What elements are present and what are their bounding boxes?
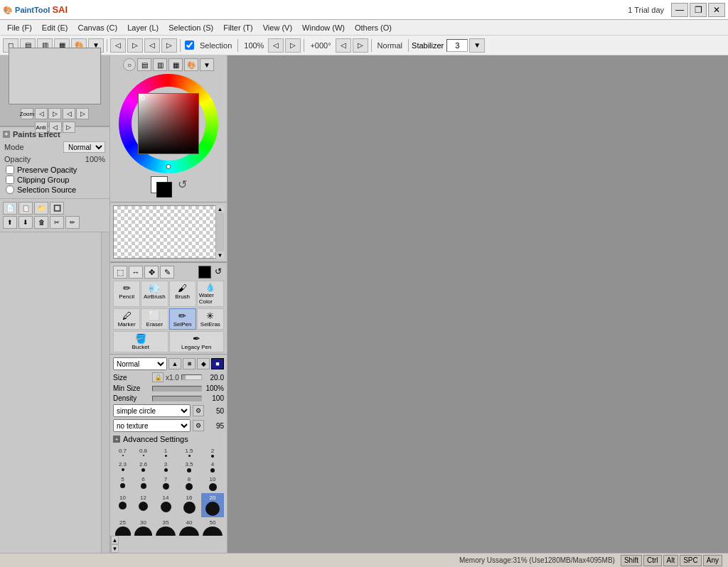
brush-shape-btn-4[interactable]: ■ — [211, 358, 224, 369]
eraser-tool[interactable]: ⬜ Eraser — [141, 308, 168, 330]
alt-key[interactable]: Alt — [663, 555, 679, 566]
copy-layer-btn[interactable]: 📋 — [18, 202, 33, 215]
fg-color-swatch[interactable] — [156, 182, 172, 198]
menu-canvas[interactable]: Canvas (C) — [74, 23, 122, 33]
seleras-tool[interactable]: ✳ SelEras — [197, 308, 224, 330]
brush-size-cell[interactable]: 25 — [113, 518, 132, 536]
rotate-right-btn[interactable]: ▷ — [353, 38, 368, 53]
color-grid-btn[interactable]: ▤ — [137, 58, 151, 71]
swatch-scroll-down[interactable]: ▼ — [215, 252, 224, 259]
menu-filter[interactable]: Filter (T) — [219, 23, 257, 33]
texture-config-btn[interactable]: ⚙ — [193, 420, 204, 431]
brush-size-cell[interactable]: 12 — [133, 493, 154, 517]
rotate-left-btn[interactable]: ◁ — [336, 38, 351, 53]
menu-layer[interactable]: Layer (L) — [123, 23, 163, 33]
brush-size-cell[interactable]: 35 — [154, 518, 177, 536]
move-tool-btn[interactable]: ↔ — [129, 266, 143, 279]
brush-shape-select[interactable]: simple circle — [113, 404, 191, 417]
eyedropper-btn[interactable]: ✎ — [160, 266, 174, 279]
left-anti-btn[interactable]: Anti — [35, 122, 48, 133]
brush-size-cell[interactable]: 1.5 — [178, 446, 200, 459]
menu-selection[interactable]: Selection (S) — [164, 23, 218, 33]
color-gradient-box[interactable] — [138, 93, 199, 154]
watercolor-tool[interactable]: 💧 Water Color — [197, 281, 224, 307]
size-slider[interactable] — [181, 374, 202, 380]
minimize-button[interactable]: — — [671, 3, 688, 17]
shift-key[interactable]: Shift — [621, 555, 642, 566]
brush-size-cell[interactable]: 2 — [201, 446, 224, 459]
brush-size-cell[interactable]: 3 — [154, 460, 177, 474]
left-btn-4[interactable]: ▷ — [76, 108, 89, 119]
toolbar-btn-7[interactable]: ◁ — [110, 38, 126, 53]
selection-source-radio[interactable] — [6, 185, 14, 194]
color-wheel-ring[interactable] — [119, 74, 218, 173]
texture-select[interactable]: no texture — [113, 419, 191, 432]
stabilizer-input[interactable] — [446, 39, 468, 52]
select-tool-btn[interactable]: ⬚ — [113, 266, 127, 279]
brush-size-cell[interactable]: 0.7 — [113, 446, 132, 459]
brush-size-cell[interactable]: 2.6 — [133, 460, 154, 474]
menu-file[interactable]: File (F) — [3, 23, 36, 33]
left-btn-3[interactable]: ◁ — [63, 108, 75, 119]
left-btn-5[interactable]: ◁ — [49, 122, 62, 133]
left-btn-1[interactable]: ◁ — [35, 108, 48, 119]
brush-size-cell[interactable]: 1 — [154, 446, 177, 459]
brush-size-cell[interactable]: 40 — [178, 518, 200, 536]
middle-scroll-up[interactable]: ▲ — [111, 536, 119, 544]
swatch-scrollbar[interactable] — [215, 205, 224, 259]
color-circle-btn[interactable]: ○ — [123, 58, 136, 71]
layer-btn-7[interactable]: 🗑 — [34, 216, 48, 229]
fg-mini-swatch[interactable] — [198, 266, 211, 279]
color-swatch-btn[interactable]: ▦ — [168, 58, 183, 71]
brush-size-cell[interactable]: 30 — [133, 518, 154, 536]
layer-btn-4[interactable]: 🔲 — [50, 202, 64, 215]
brush-shape-config-btn[interactable]: ⚙ — [193, 405, 204, 416]
brush-shape-btn-2[interactable]: ◾ — [183, 358, 196, 369]
reset-color-btn[interactable]: ↺ — [213, 266, 224, 277]
zoom-out-btn[interactable]: ◁ — [268, 38, 284, 53]
brush-shape-btn-1[interactable]: ▲ — [168, 358, 181, 369]
middle-scroll-down[interactable]: ▼ — [111, 544, 119, 553]
clipping-group-checkbox[interactable] — [6, 176, 14, 184]
brush-mode-select[interactable]: Normal — [113, 357, 167, 370]
spc-key[interactable]: SPC — [680, 555, 702, 566]
pencil-tool[interactable]: ✏ Pencil — [113, 281, 140, 307]
color-dropdown[interactable]: ▼ — [200, 58, 214, 71]
brush-size-cell[interactable]: 6 — [133, 475, 154, 492]
swap-colors-icon[interactable]: ↺ — [178, 178, 187, 191]
toolbar-btn-10[interactable]: ▷ — [161, 38, 177, 53]
brush-tool[interactable]: 🖌 Brush — [169, 281, 196, 307]
brush-size-cell[interactable]: 8 — [178, 475, 200, 492]
stabilizer-dropdown[interactable]: ▼ — [469, 38, 485, 53]
brush-size-cell[interactable]: 3.5 — [178, 460, 200, 474]
canvas-area[interactable] — [228, 55, 728, 553]
color-rgb-btn[interactable]: 🎨 — [184, 58, 198, 71]
brush-size-cell[interactable]: 16 — [178, 493, 200, 517]
density-slider[interactable] — [152, 396, 202, 401]
left-scrollbar[interactable] — [101, 232, 109, 553]
brush-size-cell[interactable]: 10 — [201, 475, 224, 492]
mode-select[interactable]: Normal — [63, 141, 105, 153]
brush-size-cell[interactable]: 4 — [201, 460, 224, 474]
brush-shape-btn-3[interactable]: ◆ — [197, 358, 210, 369]
bucket-tool[interactable]: 🪣 Bucket — [113, 331, 168, 352]
brush-size-cell[interactable]: 7 — [154, 475, 177, 492]
color-hue-btn[interactable]: ▥ — [153, 58, 167, 71]
left-btn-6[interactable]: ▷ — [63, 122, 75, 133]
left-btn-2[interactable]: ▷ — [48, 108, 61, 119]
menu-window[interactable]: Window (W) — [298, 23, 349, 33]
brush-size-cell[interactable]: 10 — [113, 493, 132, 517]
advanced-settings-header[interactable]: + Advanced Settings — [113, 435, 224, 443]
color-wheel-container[interactable] — [119, 74, 218, 173]
any-key[interactable]: Any — [703, 555, 722, 566]
brush-size-cell[interactable]: 20 — [201, 493, 224, 517]
brush-size-cell[interactable]: 0.8 — [133, 446, 154, 459]
menu-view[interactable]: View (V) — [259, 23, 296, 33]
ctrl-key[interactable]: Ctrl — [643, 555, 662, 566]
transform-btn[interactable]: ✥ — [144, 266, 159, 279]
layer-btn-5[interactable]: ⬆ — [3, 216, 17, 229]
size-lock-btn[interactable]: 🔒 — [152, 372, 164, 382]
legacy-pen-tool[interactable]: ✒ Legacy Pen — [169, 331, 225, 352]
layer-btn-9[interactable]: ✏ — [65, 216, 80, 229]
new-layer-btn[interactable]: 📄 — [3, 202, 17, 215]
